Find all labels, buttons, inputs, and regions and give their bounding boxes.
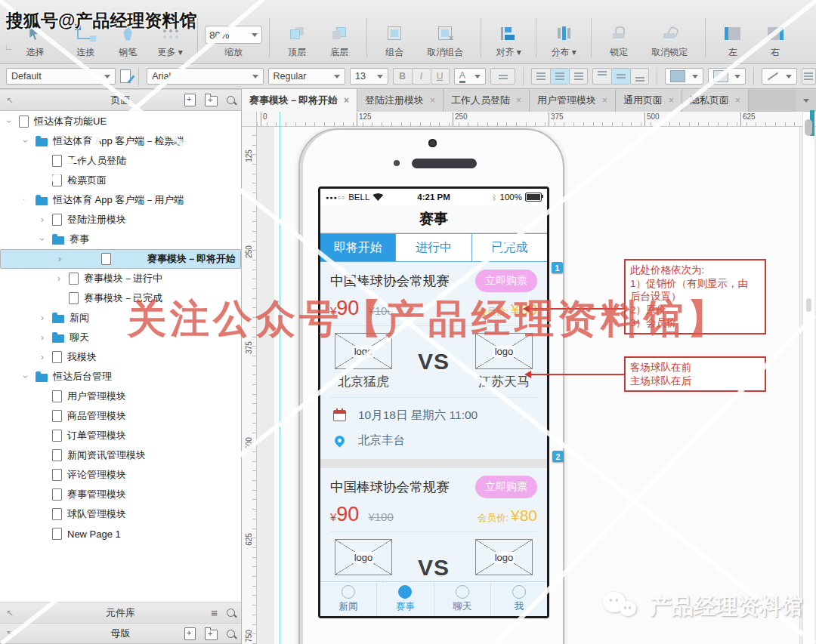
tree-item[interactable]: ›恒达体育功能UE — [0, 112, 241, 131]
lock-button[interactable]: 锁定 — [599, 23, 638, 59]
team-order-annotation[interactable]: 客场球队在前主场球队在后 — [624, 356, 766, 392]
bottom-tab-1[interactable]: 新闻 — [320, 582, 376, 616]
collapse-panel-icon[interactable]: ↖ — [6, 95, 14, 106]
tree-expander-icon[interactable]: › — [38, 332, 47, 343]
tree-expander-icon[interactable]: › — [38, 214, 47, 225]
buy-ticket-button[interactable]: 立即购票 — [475, 476, 537, 498]
tree-expander-icon[interactable]: › — [20, 137, 31, 146]
document-tab[interactable]: 登陆注册模块× — [357, 89, 444, 112]
tree-item[interactable]: ›恒达后台管理 — [0, 367, 241, 387]
bold-button[interactable]: B — [393, 68, 412, 85]
align-text-right-button[interactable] — [569, 68, 588, 85]
zoom-select[interactable]: 80% — [205, 26, 262, 44]
tree-item[interactable]: 新闻资讯管理模块 — [0, 445, 241, 465]
footnote-badge[interactable]: 1 — [552, 262, 563, 273]
tab-close-icon[interactable]: × — [430, 95, 435, 106]
add-folder-icon[interactable] — [205, 96, 218, 106]
add-master-folder-icon[interactable] — [205, 630, 218, 640]
scrollbar-thumb[interactable] — [806, 298, 811, 312]
italic-button[interactable]: I — [412, 68, 431, 85]
tree-item[interactable]: ›登陆注册模块 — [0, 210, 241, 230]
tree-item[interactable]: ›赛事模块－即将开始 — [0, 249, 241, 269]
tree-item[interactable]: ›赛事模块－进行中 — [0, 269, 241, 288]
document-tab[interactable]: 赛事模块－即将开始× — [242, 89, 357, 112]
tree-expander-icon[interactable]: › — [38, 313, 47, 323]
bottom-tab-3[interactable]: 聊天 — [434, 582, 490, 616]
search-icon[interactable] — [227, 630, 235, 638]
align-right-edge-button[interactable]: 右 — [756, 23, 795, 59]
zoom-control[interactable]: 80% 缩放 — [206, 26, 261, 59]
tree-expander-icon[interactable]: › — [55, 254, 64, 264]
guide-line[interactable] — [280, 112, 280, 644]
bottom-tab-2[interactable]: 赛事 — [376, 582, 433, 616]
tree-expander-icon[interactable]: › — [37, 235, 48, 244]
document-tab[interactable]: 通用页面× — [616, 89, 682, 112]
document-tab[interactable]: 工作人员登陆× — [444, 89, 530, 112]
align-text-bottom-button[interactable] — [630, 68, 649, 85]
underline-button[interactable]: U — [431, 68, 450, 85]
line-style-button[interactable] — [762, 68, 797, 85]
tree-expander-icon[interactable]: › — [4, 117, 14, 126]
collapse-panel-icon[interactable]: ↖ — [6, 608, 14, 618]
style-preset-select[interactable]: Default — [6, 68, 116, 85]
ungroup-button[interactable]: 取消组合 — [417, 23, 473, 59]
iphone-mockup[interactable]: ●●●○○ BELL 4:21 PM ᛒ 100% 赛事 即将开始进行中已完成 … — [298, 128, 564, 644]
tree-item[interactable]: 订单管理模块 — [0, 426, 241, 445]
scrollbar-thumb[interactable] — [805, 119, 812, 136]
unlock-button[interactable]: 取消锁定 — [641, 23, 697, 59]
align-text-middle-button[interactable] — [611, 68, 630, 85]
text-case-button[interactable] — [490, 68, 515, 85]
tree-item[interactable]: New Page 1 — [0, 524, 241, 544]
tree-item[interactable]: 检票页面 — [0, 171, 241, 190]
tab-overflow-button[interactable] — [796, 89, 816, 112]
document-tab[interactable]: 隐私页面× — [682, 89, 749, 112]
buy-ticket-button[interactable]: 立即购票 — [475, 270, 537, 292]
font-color-button[interactable]: A — [454, 68, 487, 85]
align-button[interactable]: 对齐 ▾ — [489, 23, 528, 59]
bottom-tab-4[interactable]: 我 — [490, 582, 547, 616]
tab-close-icon[interactable]: × — [344, 95, 349, 106]
tree-item[interactable]: 工作人员登陆 — [0, 151, 241, 171]
segment-tab[interactable]: 进行中 — [396, 234, 471, 261]
segment-tab[interactable]: 即将开始 — [320, 234, 396, 261]
document-tab[interactable]: 用户管理模块× — [530, 89, 616, 112]
tree-item[interactable]: 商品管理模块 — [0, 406, 241, 426]
footnote-badge[interactable]: 2 — [552, 451, 564, 462]
tree-item[interactable]: ›恒达体育 App 客户端－检票端 — [0, 131, 241, 151]
vertical-scrollbar[interactable] — [802, 112, 814, 644]
tab-close-icon[interactable]: × — [669, 95, 674, 106]
tree-item[interactable]: ›赛事 — [0, 230, 241, 249]
align-text-center-button[interactable] — [550, 68, 569, 85]
collapse-panel-icon[interactable]: ↖ — [6, 628, 14, 639]
tree-item[interactable]: 用户管理模块 — [0, 387, 241, 406]
search-icon[interactable] — [227, 96, 235, 104]
tree-item[interactable]: 评论管理模块 — [0, 465, 241, 485]
align-text-left-button[interactable] — [531, 68, 550, 85]
list-menu-icon[interactable]: ≡ — [211, 609, 218, 617]
distribute-button[interactable]: 分布 ▾ — [544, 23, 583, 59]
tree-item[interactable]: 球队管理模块 — [0, 504, 241, 524]
tree-expander-icon[interactable]: › — [54, 273, 63, 284]
send-to-back-button[interactable]: 底层 — [320, 23, 359, 59]
border-color-button[interactable] — [708, 68, 746, 85]
font-family-select[interactable]: Arial — [147, 68, 263, 85]
group-button[interactable]: 组合 — [375, 23, 414, 59]
segment-tab[interactable]: 已完成 — [472, 234, 547, 261]
align-left-edge-button[interactable]: 左 — [713, 23, 753, 59]
tab-close-icon[interactable]: × — [602, 95, 607, 106]
tree-expander-icon[interactable]: › — [20, 372, 31, 381]
align-text-top-button[interactable] — [592, 68, 611, 85]
tab-close-icon[interactable]: × — [516, 95, 521, 106]
tab-close-icon[interactable]: × — [735, 95, 740, 106]
tree-item[interactable]: ›恒达体育 App 客户端－用户端 — [0, 190, 241, 210]
tree-item[interactable]: ›我模块 — [0, 347, 241, 367]
font-size-select[interactable]: 13 — [350, 68, 388, 85]
tree-expander-icon[interactable]: › — [20, 196, 31, 205]
fill-color-button[interactable] — [665, 68, 703, 85]
edit-style-icon[interactable] — [120, 69, 131, 83]
add-page-icon[interactable] — [184, 94, 196, 106]
search-icon[interactable] — [227, 609, 235, 617]
tree-item[interactable]: 赛事管理模块 — [0, 485, 241, 504]
bring-to-front-button[interactable]: 顶层 — [277, 23, 317, 59]
tree-expander-icon[interactable]: › — [38, 352, 47, 362]
